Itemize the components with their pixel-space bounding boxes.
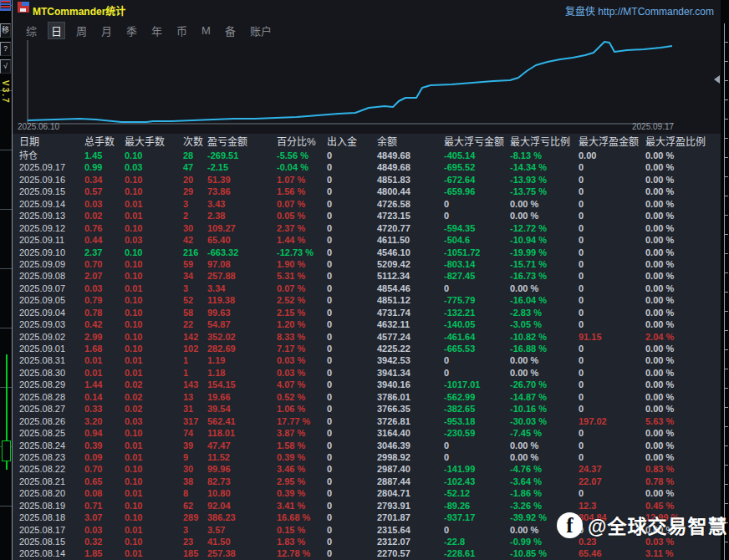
table-row[interactable]: 2025.09.102.370.10216-663.32-12.73 %0454… — [13, 247, 721, 258]
table-cell: 289 — [183, 512, 207, 524]
menu-tab-M[interactable]: M — [198, 23, 214, 38]
table-cell: 0.10 — [125, 186, 183, 198]
table-row[interactable]: 2025.09.082.070.1034257.885.31 %05112.34… — [13, 270, 721, 282]
menu-tab-币[interactable]: 币 — [173, 22, 191, 39]
table-cell: -504.6 — [444, 234, 510, 247]
table-cell: 0.01 — [125, 367, 183, 379]
statistics-panel: MTCommander统计 复盘侠 http://MTCommander.com… — [12, 0, 721, 560]
table-row[interactable]: 2025.09.030.420.102254.871.20 %04632.11-… — [13, 318, 721, 330]
table-cell: 0.01 — [125, 283, 183, 295]
table-row[interactable]: 2025.08.291.440.02143154.154.07 %03940.1… — [13, 379, 721, 390]
price-axis-ticks — [725, 23, 728, 560]
table-row[interactable]: 2025.08.141.850.01185257.3812.78 %02270.… — [13, 547, 721, 559]
table-row[interactable]: 2025.08.310.010.0111.190.03 %03942.5300.… — [13, 354, 721, 366]
table-cell: 0 — [579, 427, 645, 440]
table-row[interactable]: 2025.08.210.650.103882.732.95 %02887.44-… — [13, 476, 721, 487]
table-row[interactable]: 2025.09.150.570.102973.861.56 %04800.44-… — [13, 186, 721, 197]
table-cell: 0 — [579, 283, 645, 295]
table-cell: 0.00 % — [510, 354, 579, 367]
table-cell: -2.83 % — [510, 307, 579, 319]
table-row[interactable]: 2025.08.270.330.023139.541.06 %03766.35-… — [13, 403, 721, 415]
table-row[interactable]: 2025.09.160.340.102051.391.07 %04851.83-… — [13, 174, 721, 186]
table-cell: 0 — [579, 440, 645, 452]
table-cell: 0.10 — [125, 150, 183, 162]
table-row[interactable]: 2025.09.140.030.0133.430.07 %04726.5800.… — [13, 198, 721, 210]
table-cell: -16.88 % — [510, 343, 579, 355]
table-cell: 0.78 — [84, 307, 125, 319]
table-cell: 0.10 — [125, 222, 183, 235]
table-cell: 0 — [579, 210, 645, 222]
table-cell: 317 — [183, 415, 207, 428]
table-cell: 0.79 — [84, 294, 125, 307]
table-row[interactable]: 2025.08.220.700.103099.963.46 %02987.40-… — [13, 463, 721, 475]
table-cell: -953.18 — [444, 415, 510, 428]
table-cell: 3726.81 — [377, 415, 444, 428]
table-cell: 0 — [444, 354, 510, 367]
table-row[interactable]: 2025.08.240.390.013947.471.58 %03046.390… — [13, 440, 721, 451]
table-cell: 0.10 — [125, 247, 183, 259]
table-cell: -10.82 % — [510, 331, 579, 344]
table-row[interactable]: 2025.09.050.790.1052119.382.52 %04851.12… — [13, 294, 721, 306]
table-cell: 54.87 — [207, 318, 277, 331]
table-cell: -775.79 — [444, 294, 510, 307]
menu-tab-年[interactable]: 年 — [148, 22, 166, 39]
table-row[interactable]: 2025.09.011.680.10102282.697.17 %04225.2… — [13, 343, 721, 354]
table-cell: 2025.09.13 — [19, 210, 84, 222]
table-cell: 2025.08.22 — [19, 463, 84, 476]
table-cell: -12.73 % — [277, 247, 327, 259]
table-cell: 0.00 % — [510, 283, 579, 295]
table-cell: 0 — [327, 210, 377, 222]
table-cell: 3.43 — [207, 198, 277, 211]
table-cell: -30.03 % — [510, 415, 579, 428]
table-cell: 2025.09.09 — [19, 258, 84, 271]
side-button-1[interactable]: 移 — [0, 23, 11, 38]
table-cell: 0 — [579, 391, 645, 404]
table-row[interactable]: 2025.09.170.990.0347-2.15-0.04 %04849.68… — [13, 161, 721, 173]
table-row[interactable]: 2025.08.263.200.03317562.4117.77 %03726.… — [13, 415, 721, 427]
table-cell: 0.14 — [84, 391, 125, 404]
table-row[interactable]: 2025.08.280.140.021319.660.52 %03786.01-… — [13, 391, 721, 403]
table-cell: 118.01 — [207, 427, 277, 440]
equity-chart: 2025.06.10 2025.09.17 — [13, 40, 721, 134]
table-row[interactable]: 2025.09.022.990.10142352.028.33 %04577.2… — [13, 331, 721, 343]
table-cell: 0.10 — [125, 463, 183, 476]
table-row[interactable]: 2025.09.110.440.034265.401.44 %04611.50-… — [13, 234, 721, 246]
table-row[interactable]: 2025.09.090.700.105997.081.90 %05209.42-… — [13, 258, 721, 270]
menu-tab-日[interactable]: 日 — [48, 22, 65, 39]
mt-chart-window: 移?√ V3.7 MTCommander统计 复盘侠 http://MTComm… — [0, 0, 729, 560]
table-row[interactable]: 2025.08.190.710.106292.043.41 %02793.91-… — [13, 500, 721, 512]
table-cell: -16.73 % — [510, 270, 579, 283]
table-header-row: 日期总手数最大手数次数盈亏金额百分比%出入金余额最大浮亏金额最大浮亏比例最大浮盈… — [13, 135, 721, 150]
table-cell: 97.08 — [207, 258, 277, 271]
table-cell: 0.39 % — [277, 487, 327, 500]
table-row[interactable]: 持仓1.450.1028-269.51-5.56 %04849.68-405.1… — [13, 150, 721, 161]
menu-tab-备[interactable]: 备 — [222, 22, 239, 39]
brand-link[interactable]: 复盘侠 http://MTCommander.com — [565, 3, 714, 18]
table-cell: 0.02 — [125, 403, 183, 415]
table-cell: 1.20 % — [277, 318, 327, 331]
menu-tab-季[interactable]: 季 — [123, 22, 140, 39]
table-row[interactable]: 2025.09.070.030.0133.340.07 %04854.4600.… — [13, 283, 721, 294]
menu-tab-账户[interactable]: 账户 — [247, 22, 275, 39]
table-cell: -10.85 % — [510, 547, 579, 560]
menu-tab-月[interactable]: 月 — [98, 22, 115, 39]
table-row[interactable]: 2025.08.300.010.0111.180.03 %03941.3400.… — [13, 367, 721, 379]
table-cell: 0 — [444, 283, 510, 295]
table-row[interactable]: 2025.09.040.780.105899.632.15 %04731.74-… — [13, 307, 721, 318]
side-button-2[interactable]: ? — [0, 42, 11, 56]
table-row[interactable]: 2025.08.230.090.01911.520.39 %02998.9200… — [13, 451, 721, 463]
side-button-3[interactable]: √ — [0, 59, 11, 74]
collapse-arrow-icon[interactable] — [714, 75, 720, 84]
table-row[interactable]: 2025.09.130.020.0122.380.05 %04723.1500.… — [13, 210, 721, 221]
table-row[interactable]: 2025.08.200.080.01810.800.39 %02804.71-5… — [13, 487, 721, 499]
table-cell: 0.01 — [125, 524, 183, 537]
table-cell: -382.65 — [444, 403, 510, 415]
menu-tab-周[interactable]: 周 — [73, 22, 90, 39]
table-cell: -937.17 — [444, 512, 510, 524]
table-cell: 216 — [183, 247, 207, 259]
table-cell: 47.47 — [207, 440, 277, 452]
table-row[interactable]: 2025.08.250.940.1074118.013.87 %03164.40… — [13, 427, 721, 439]
menu-tab-综[interactable]: 综 — [23, 22, 40, 39]
table-row[interactable]: 2025.09.120.760.1030109.272.37 %04720.77… — [13, 222, 721, 234]
indicator-list-icon[interactable] — [0, 0, 11, 11]
